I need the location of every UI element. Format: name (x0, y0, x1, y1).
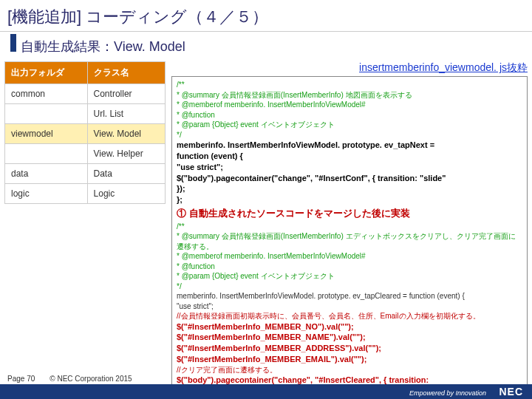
code-line-highlight: $("#InsertMemberInfo_MEMBER_NAME").val("… (177, 332, 522, 343)
class-table: 出力フォルダ クラス名 common Controller Url. List … (4, 61, 166, 204)
table-row: data Data (5, 164, 166, 184)
code-comment: */ (177, 130, 522, 140)
cell-folder (5, 104, 88, 124)
table-row: View. Helper (5, 144, 166, 164)
code-line-highlight: $("#InsertMemberInfo_MEMBER_ADDRESS").va… (177, 343, 522, 354)
table-row: common Controller (5, 84, 166, 104)
slide-title: [機能追加] コーディング（４／５） (0, 0, 532, 32)
cell-class: Url. List (87, 104, 165, 124)
code-comment: * @summary 会員情報登録画面(InsertMemberInfo) 地図… (177, 90, 522, 100)
code-comment: * @memberof memberinfo. InsertMemberInfo… (177, 251, 522, 262)
cell-folder (5, 144, 88, 164)
cell-class: View. Model (87, 124, 165, 144)
code-line: function (event) { (177, 151, 522, 162)
code-comment: /** (177, 222, 522, 232)
code-comment-red: //クリア完了画面に遷移する。 (177, 365, 522, 375)
footer-bar: Empowered by Innovation NEC (0, 384, 532, 399)
cell-folder: data (5, 164, 88, 184)
code-line: $("body").pagecontainer("change", "#Inse… (177, 173, 522, 184)
footer-meta: Page 70 © NEC Corporation 2015 (7, 375, 132, 383)
accent-bar (10, 34, 16, 52)
code-panel: insertmemberinfo_viewmodel. js抜粋 /** * @… (171, 61, 528, 399)
code-comment: * @memberof memberinfo. InsertMemberInfo… (177, 100, 522, 110)
table-row: Url. List (5, 104, 166, 124)
code-comment: /** (177, 80, 522, 90)
code-comment: * @param {Object} event イベントオブジェクト (177, 120, 522, 130)
code-line: "use strict"; (177, 162, 522, 173)
code-comment: * @function (177, 262, 522, 272)
annotation-1: ① 自動生成されたソースコードをマージした後に実装 (177, 207, 410, 220)
cell-folder: common (5, 84, 88, 104)
cell-class: Data (87, 164, 165, 184)
cell-class: Controller (87, 84, 165, 104)
cell-folder: logic (5, 184, 88, 204)
code-line-highlight: $("#InsertMemberInfo_MEMBER_EMAIL").val(… (177, 354, 522, 365)
code-comment: * @summary 会員情報登録画面(InsertMemberInfo) エデ… (177, 231, 522, 251)
code-line: "use strict"; (177, 301, 522, 312)
cell-class: View. Helper (87, 144, 165, 164)
col-folder: 出力フォルダ (5, 62, 88, 84)
table-row-highlight: viewmodel View. Model (5, 124, 166, 144)
cell-class: Logic (87, 184, 165, 204)
tagline: Empowered by Innovation (409, 389, 486, 397)
page-number: Page 70 (7, 375, 35, 383)
code-comment: * @param {Object} event イベントオブジェクト (177, 271, 522, 282)
table-row: logic Logic (5, 184, 166, 204)
slide-subtitle: 自動生成結果：View. Model (21, 38, 532, 55)
filename-hint: insertmemberinfo_viewmodel. js抜粋 (171, 61, 528, 75)
code-line: }); (177, 183, 522, 194)
table-header-row: 出力フォルダ クラス名 (5, 62, 166, 84)
class-table-wrap: 出力フォルダ クラス名 common Controller Url. List … (4, 61, 166, 399)
code-line: memberinfo. InsertMemberInfoViewModel. p… (177, 291, 522, 301)
col-class: クラス名 (87, 62, 165, 84)
content-area: 出力フォルダ クラス名 common Controller Url. List … (0, 61, 532, 399)
code-line-highlight: $("#InsertMemberInfo_MEMBER_NO").val("")… (177, 321, 522, 332)
code-comment: */ (177, 282, 522, 292)
nec-logo: NEC (497, 386, 525, 398)
code-comment-red: //会員情報登録画面初期表示時に、会員番号、会員名、住所、Emailの入力欄を初… (177, 311, 522, 321)
cell-folder: viewmodel (5, 124, 88, 144)
code-comment: * @function (177, 110, 522, 120)
code-line: memberinfo. InsertMemberInfoViewModel. p… (177, 140, 522, 151)
code-line: }; (177, 194, 522, 205)
copyright: © NEC Corporation 2015 (50, 375, 132, 383)
code-box: /** * @summary 会員情報登録画面(InsertMemberInfo… (171, 76, 528, 399)
